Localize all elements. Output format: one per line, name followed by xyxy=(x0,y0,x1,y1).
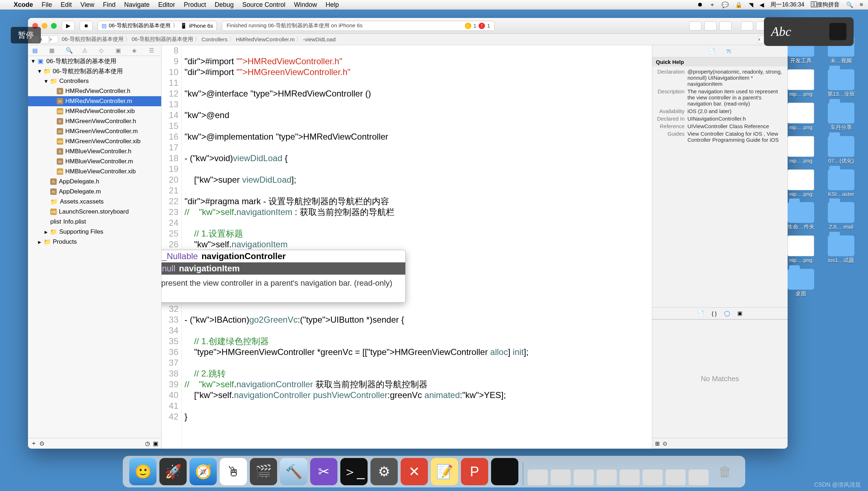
minimized-window-2[interactable] xyxy=(551,469,571,485)
file-template-icon[interactable]: 📄 xyxy=(697,310,704,317)
inspector-tabs[interactable]: 📄 ?⃝ xyxy=(652,45,788,57)
desktop-icon[interactable]: nip….png xyxy=(784,136,818,164)
lock-icon[interactable]: 🔒 xyxy=(735,1,742,8)
zoom-icon[interactable] xyxy=(51,23,57,29)
library-tabs[interactable]: 📄 { } ◯ ▣ xyxy=(652,307,788,319)
file-row[interactable]: xibHMGreenViewController.xib xyxy=(28,136,161,146)
file-row[interactable]: hHMBlueViewController.h xyxy=(28,146,161,156)
minimize-icon[interactable] xyxy=(42,23,47,29)
desktop-icon[interactable]: 车丹分享 xyxy=(824,103,858,131)
menu-product[interactable]: Product xyxy=(184,1,206,9)
desktop-icon[interactable]: 第13…业班 xyxy=(824,69,858,98)
project-navigator-icon[interactable]: ▤ xyxy=(32,47,40,54)
menu-source-control[interactable]: Source Control xyxy=(242,1,285,9)
navigator-filter-bar[interactable]: ＋ ⊙ ◷ ▣ xyxy=(28,438,161,449)
file-row[interactable]: mHMBlueViewController.m xyxy=(28,156,161,167)
dock[interactable]: 🙂 🚀 🧭 🖱 🎬 🔨 ✂ ＞_ ⚙ ✕ 📝 P 🗑 xyxy=(123,456,745,487)
supporting-group[interactable]: ▸📁Supporting Files xyxy=(28,227,161,237)
file-row[interactable]: mHMRedViewController.m xyxy=(28,96,161,106)
file-row[interactable]: xibHMRedViewController.xib xyxy=(28,106,161,116)
file-row[interactable]: plistInfo.plist xyxy=(28,217,161,227)
rec-icon[interactable]: ⏺ xyxy=(697,1,703,8)
minimized-window-1[interactable] xyxy=(528,469,548,485)
jumpbar-segment[interactable]: Controllers xyxy=(201,36,228,42)
desktop-icon[interactable]: 07…(优化) xyxy=(824,136,858,164)
minimized-window-6[interactable] xyxy=(643,469,663,485)
menu-view[interactable]: View xyxy=(80,1,94,9)
file-row[interactable]: xibLaunchScreen.storyboard xyxy=(28,207,161,217)
terminal-icon[interactable]: ＞_ xyxy=(340,458,368,485)
media-library-icon[interactable]: ▣ xyxy=(737,310,742,317)
menu-debug[interactable]: Debug xyxy=(215,1,234,9)
menu-find[interactable]: Find xyxy=(103,1,116,9)
desktop-icon[interactable]: ZJL…etail xyxy=(824,202,858,230)
issue-navigator-icon[interactable]: ⚠ xyxy=(82,47,90,54)
symbol-navigator-icon[interactable]: ▦ xyxy=(49,47,57,54)
filter-field[interactable]: ⊙ xyxy=(663,440,667,447)
screenshot-icon[interactable]: ✂ xyxy=(310,458,337,485)
wifi-icon[interactable]: ◥ xyxy=(749,1,753,8)
finder-icon[interactable]: 🙂 xyxy=(129,458,157,485)
notes-icon[interactable]: 📝 xyxy=(431,458,458,485)
filter-icon[interactable]: ⊙ xyxy=(39,440,44,447)
autocomplete-popup[interactable]: PUINavigationController * _Nullable navi… xyxy=(162,250,406,303)
clock[interactable]: 周一16:36:34 xyxy=(770,1,804,9)
mouse-app-icon[interactable]: 🖱 xyxy=(220,458,247,485)
desktop-icon[interactable]: nip….png xyxy=(784,235,818,264)
object-library-icon[interactable]: ◯ xyxy=(724,310,730,317)
library-filter-bar[interactable]: ⊞ ⊙ xyxy=(652,438,788,449)
add-icon[interactable]: ＋ xyxy=(31,440,37,447)
minimized-window-5[interactable] xyxy=(620,469,640,485)
autocomplete-row[interactable]: PUINavigationItem * _Nonnull navigationI… xyxy=(162,262,405,275)
controllers-group[interactable]: ▾📁Controllers xyxy=(28,76,161,86)
settings-icon[interactable]: ⚙ xyxy=(370,458,398,485)
file-row[interactable]: xibHMBlueViewController.xib xyxy=(28,167,161,177)
warning-badge[interactable]: ⚠ xyxy=(465,23,471,29)
menu-navigate[interactable]: Navigate xyxy=(124,1,150,9)
toggle-navigator[interactable] xyxy=(741,21,753,31)
editor-mode-standard[interactable] xyxy=(689,21,701,31)
menu-editor[interactable]: Editor xyxy=(158,1,175,9)
test-navigator-icon[interactable]: ◇ xyxy=(99,47,107,54)
autocomplete-row[interactable]: PUINavigationController * _Nullable navi… xyxy=(162,250,405,262)
plus-icon[interactable]: ＋ xyxy=(709,1,715,9)
breakpoint-navigator-icon[interactable]: ◈ xyxy=(132,47,140,54)
file-tree[interactable]: ▾▣06-导航控制器的基本使用 ▾📁06-导航控制器的基本使用 ▾📁Contro… xyxy=(28,56,161,438)
clock-filter-icon[interactable]: ◷ xyxy=(145,440,150,447)
jumpbar-segment[interactable]: HMRedViewController.m xyxy=(236,36,295,42)
desktop-icon[interactable]: 生命…件夹 xyxy=(784,202,818,230)
jumpbar-segment[interactable]: 06-导航控制器的基本使用 xyxy=(132,36,193,43)
grid-icon[interactable]: ⊞ xyxy=(655,440,660,447)
trash-icon[interactable]: 🗑 xyxy=(711,458,739,485)
safari-icon[interactable]: 🧭 xyxy=(190,458,217,485)
menu-window[interactable]: Window xyxy=(294,1,317,9)
app-name[interactable]: Xcode xyxy=(14,1,33,9)
minimized-window-4[interactable] xyxy=(597,469,617,485)
editor-mode-version[interactable] xyxy=(719,21,732,31)
menu-edit[interactable]: Edit xyxy=(61,1,72,9)
jumpbar-segment[interactable]: 06-导航控制器的基本使用 xyxy=(62,36,123,43)
quick-help-icon[interactable]: ?⃝ xyxy=(726,48,731,54)
code-snippet-icon[interactable]: { } xyxy=(711,310,717,317)
menu-icon[interactable]: ≡ xyxy=(860,1,863,8)
file-row[interactable]: hAppDelegate.h xyxy=(28,177,161,187)
navigator-tabs[interactable]: ▤ ▦ 🔍 ⚠ ◇ ▣ ◈ ☰ xyxy=(28,45,161,56)
file-inspector-icon[interactable]: 📄 xyxy=(709,48,715,55)
scm-filter-icon[interactable]: ▣ xyxy=(153,440,158,447)
x-app-icon[interactable]: ✕ xyxy=(401,458,428,485)
products-group[interactable]: ▸📁Products xyxy=(28,237,161,247)
file-row[interactable]: hHMRedViewController.h xyxy=(28,86,161,96)
minimized-window-3[interactable] xyxy=(574,469,594,485)
imovie-icon[interactable]: 🎬 xyxy=(250,458,277,485)
desktop-icon[interactable]: nip….png xyxy=(784,103,818,131)
file-row[interactable]: mAppDelegate.m xyxy=(28,187,161,197)
report-navigator-icon[interactable]: ☰ xyxy=(149,47,157,54)
source-editor[interactable]: 8910111213141516171819202122232425262728… xyxy=(162,45,652,449)
project-row[interactable]: ▾▣06-导航控制器的基本使用 xyxy=(28,56,161,66)
spotlight-icon[interactable]: 🔍 xyxy=(846,1,853,8)
launchpad-icon[interactable]: 🚀 xyxy=(159,458,187,485)
desktop-icon[interactable]: 桌面 xyxy=(784,269,818,297)
menu-file[interactable]: File xyxy=(42,1,52,9)
find-navigator-icon[interactable]: 🔍 xyxy=(66,47,74,54)
jumpbar-segment[interactable]: -viewDidLoad xyxy=(303,36,336,42)
